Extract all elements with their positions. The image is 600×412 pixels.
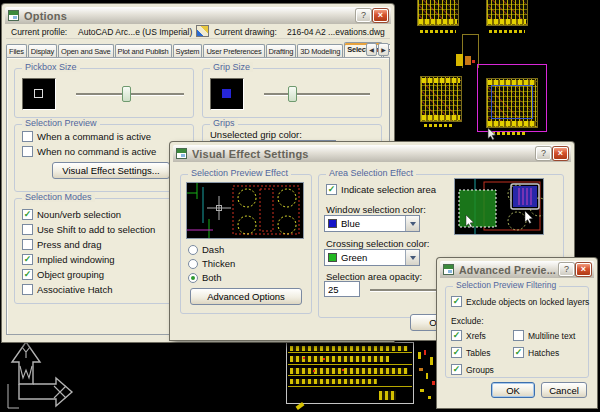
close-icon[interactable]: ×	[373, 9, 388, 22]
cad-plan-drawing	[417, 0, 459, 26]
tab-display[interactable]: Display	[28, 44, 57, 58]
cad-symbol	[419, 368, 423, 371]
checkbox-label: Press and drag	[37, 239, 101, 250]
checkbox-label: Hatches	[528, 348, 559, 358]
options-dialog-icon	[8, 10, 19, 21]
checkbox-label: Noun/verb selection	[37, 209, 121, 220]
radio-both[interactable]: Both	[188, 272, 222, 283]
cad-plan-drawing	[486, 0, 528, 26]
ves-dialog-title: Visual Effect Settings	[192, 148, 309, 160]
advanced-options-button[interactable]: Advanced Options	[190, 288, 302, 305]
group-title: Selection Preview Effect	[188, 168, 291, 178]
ves-dialog-icon	[176, 148, 187, 159]
tab-drafting[interactable]: Drafting	[266, 44, 297, 58]
close-icon[interactable]: ×	[576, 263, 591, 276]
checkbox-label: Object grouping	[37, 269, 104, 280]
current-drawing-label: Current drawing:	[214, 27, 277, 37]
radio-thicken[interactable]: Thicken	[188, 258, 235, 269]
autocad-screen: Options ? × Current profile: AutoCAD Arc…	[0, 0, 600, 412]
checkbox-box: ✓	[22, 146, 33, 157]
checkbox-label: When no command is active	[37, 146, 156, 157]
advanced-dialog-icon	[443, 264, 454, 275]
tab-user-preferences[interactable]: User Preferences	[203, 44, 264, 58]
ves-titlebar[interactable]: Visual Effect Settings ? ×	[173, 145, 571, 162]
checkbox-noun-verb-selection[interactable]: ✓ Noun/verb selection	[22, 209, 121, 220]
tab-3d-modeling[interactable]: 3D Modeling	[297, 44, 343, 58]
cad-symbol	[472, 60, 475, 63]
grip-size-slider[interactable]	[264, 93, 370, 96]
cad-connector-line	[462, 34, 479, 35]
checkbox-when-no-command-active[interactable]: ✓ When no command is active	[22, 146, 156, 157]
advanced-ok-button[interactable]: OK	[491, 382, 535, 398]
checkbox-press-and-drag[interactable]: ✓ Press and drag	[22, 239, 101, 250]
tab-system[interactable]: System	[173, 44, 203, 58]
checkbox-implied-windowing[interactable]: ✓ Implied windowing	[22, 254, 115, 265]
cad-label-marks	[424, 124, 454, 127]
radio-circle	[188, 259, 198, 269]
checkbox-multiline-text[interactable]: ✓ Multiline text	[513, 330, 575, 341]
checkbox-hatches[interactable]: ✓ Hatches	[513, 347, 559, 358]
checkbox-when-command-active[interactable]: ✓ When a command is active	[22, 131, 151, 142]
help-icon[interactable]: ?	[559, 263, 574, 276]
help-icon[interactable]: ?	[356, 9, 371, 22]
current-drawing-value: 216-04 A2 ...evations.dwg	[287, 27, 385, 37]
area-selection-effect-image	[454, 178, 544, 235]
combo-arrow-icon	[405, 216, 419, 231]
group-title: Grips	[210, 118, 238, 128]
cad-symbol	[456, 54, 463, 66]
opacity-input[interactable]	[324, 281, 360, 297]
current-profile-value: AutoCAD Arc...e (US Imperial)	[78, 27, 192, 37]
green-color-swatch	[328, 253, 337, 262]
checkbox-exclude-locked-layers[interactable]: ✓ Exclude objects on locked layers	[451, 296, 589, 307]
blue-color-swatch	[328, 219, 337, 228]
combo-value: Green	[341, 252, 367, 263]
checkbox-box: ✓	[326, 184, 337, 195]
advanced-titlebar[interactable]: Advanced Previe... ? ×	[440, 261, 594, 278]
grip-slider-thumb[interactable]	[288, 86, 297, 102]
checkbox-box: ✓	[451, 296, 462, 307]
checkbox-label: Associative Hatch	[37, 284, 113, 295]
options-titlebar[interactable]: Options ? ×	[5, 7, 391, 24]
checkbox-indicate-selection-area[interactable]: ✓ Indicate selection area	[326, 184, 436, 195]
cad-symbol	[426, 373, 428, 379]
checkbox-box: ✓	[451, 347, 462, 358]
options-dialog-title: Options	[24, 10, 67, 22]
checkbox-use-shift-to-add[interactable]: ✓ Use Shift to add to selection	[22, 224, 155, 235]
close-icon[interactable]: ×	[553, 147, 568, 160]
combo-arrow-icon	[405, 250, 419, 265]
pickbox-size-slider[interactable]	[76, 93, 184, 96]
cad-label-marks	[489, 30, 525, 33]
checkbox-tables[interactable]: ✓ Tables	[451, 347, 491, 358]
checkbox-associative-hatch[interactable]: ✓ Associative Hatch	[22, 284, 113, 295]
radio-circle	[188, 273, 198, 283]
radio-label: Thicken	[202, 258, 235, 269]
visual-effect-settings-button[interactable]: Visual Effect Settings...	[52, 162, 170, 179]
group-title: Selection Preview Filtering	[453, 280, 559, 290]
group-title: Grip Size	[210, 62, 253, 72]
checkbox-box: ✓	[22, 209, 33, 220]
tab-plot-and-publish[interactable]: Plot and Publish	[115, 44, 172, 58]
combo-value: Blue	[341, 218, 360, 229]
current-profile-label: Current profile:	[11, 27, 67, 37]
tab-scroll-right-icon[interactable]: ▶	[378, 43, 389, 56]
pickbox-slider-thumb[interactable]	[122, 86, 131, 102]
checkbox-xrefs[interactable]: ✓ Xrefs	[451, 330, 486, 341]
crossing-selection-color-label: Crossing selection color:	[326, 238, 430, 249]
options-tab-strip: Files Display Open and Save Plot and Pub…	[6, 41, 390, 58]
advanced-cancel-button[interactable]: Cancel	[541, 382, 587, 398]
tab-open-and-save[interactable]: Open and Save	[58, 44, 114, 58]
cad-plan-drawing-selected	[486, 78, 538, 128]
checkbox-groups[interactable]: ✓ Groups	[451, 364, 494, 375]
checkbox-label: Exclude objects on locked layers	[466, 297, 589, 307]
tab-scroll-left-icon[interactable]: ◀	[366, 43, 377, 56]
checkbox-object-grouping[interactable]: ✓ Object grouping	[22, 269, 104, 280]
checkbox-box: ✓	[451, 330, 462, 341]
radio-dash[interactable]: Dash	[188, 244, 224, 255]
group-title: Pickbox Size	[22, 62, 80, 72]
window-selection-color-select[interactable]: Blue	[324, 215, 420, 232]
checkbox-box: ✓	[513, 330, 524, 341]
cad-symbol	[428, 396, 431, 399]
crossing-selection-color-select[interactable]: Green	[324, 249, 420, 266]
help-icon[interactable]: ?	[536, 147, 551, 160]
tab-files[interactable]: Files	[6, 44, 27, 58]
